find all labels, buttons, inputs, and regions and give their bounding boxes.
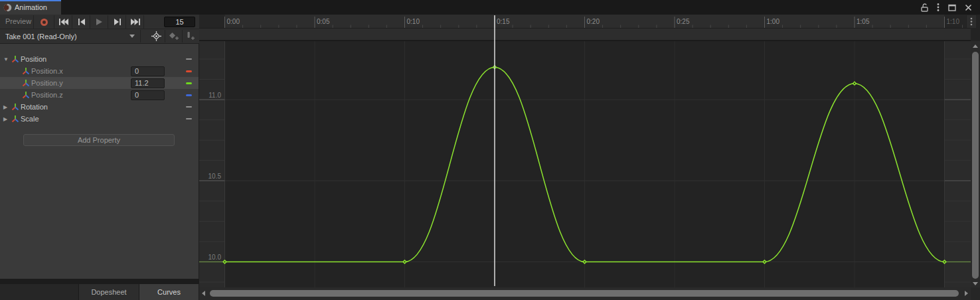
- ruler-time-label: 0:05: [317, 18, 330, 25]
- horizontal-scrollbar[interactable]: [199, 287, 971, 300]
- preview-toggle[interactable]: Preview: [5, 17, 31, 25]
- property-label: Scale: [21, 115, 39, 123]
- ruler-time-label: 1:10: [947, 18, 960, 25]
- out-of-range-right: [945, 41, 971, 287]
- clip-select[interactable]: Take 001 (Read-Only): [0, 29, 140, 43]
- toolbar-separator: [143, 15, 144, 29]
- curve-indicator-blue: [186, 94, 192, 96]
- ruler-time-label: 0:25: [677, 18, 690, 25]
- vertical-scrollbar[interactable]: [971, 41, 980, 287]
- close-icon[interactable]: [965, 4, 972, 11]
- scroll-left-icon[interactable]: [202, 291, 205, 296]
- animation-clock-icon: [3, 3, 12, 12]
- tab-animation[interactable]: Animation: [0, 0, 61, 15]
- last-frame-icon: [131, 19, 140, 25]
- titlebar: Animation: [0, 0, 980, 15]
- animation-window: Animation Preview: [0, 0, 980, 300]
- foldout-closed-icon[interactable]: ▶: [3, 104, 10, 110]
- tab-animation-label: Animation: [15, 3, 47, 11]
- next-frame-button[interactable]: [108, 16, 126, 28]
- play-button[interactable]: [90, 16, 108, 28]
- transform-icon: [11, 103, 19, 111]
- keyframe-center: [854, 83, 855, 84]
- next-frame-icon: [114, 19, 121, 25]
- horizontal-scrollbar-thumb[interactable]: [210, 290, 959, 297]
- tab-curves[interactable]: Curves: [139, 284, 199, 300]
- value-field[interactable]: 11.2: [131, 78, 165, 88]
- property-row-position[interactable]: ▼ Position: [0, 53, 199, 65]
- record-icon: [41, 19, 48, 26]
- kebab-menu-icon[interactable]: [937, 3, 939, 12]
- curve-top-strip: [199, 29, 971, 40]
- first-frame-icon: [59, 19, 68, 25]
- scrollbar-corner: [971, 287, 980, 300]
- ruler-time-label: 0:15: [497, 18, 510, 25]
- foldout-open-icon[interactable]: ▼: [3, 56, 10, 62]
- curve-indicator-red: [186, 70, 192, 72]
- ruler-time-label: 1:00: [767, 18, 780, 25]
- scroll-up-icon[interactable]: [973, 44, 978, 48]
- curve-indicator-green: [186, 82, 192, 84]
- transform-icon: [22, 91, 30, 99]
- ruler-time-label: 0:10: [407, 18, 420, 25]
- keyframe-center: [764, 261, 765, 262]
- value-field[interactable]: 0: [131, 66, 165, 76]
- ruler-kebab-button[interactable]: [966, 15, 976, 28]
- curve-editor[interactable]: 11.010.510.00:000:050:100:150:200:251:00…: [199, 15, 971, 287]
- last-frame-button[interactable]: [126, 16, 144, 28]
- kebab-menu-icon: [970, 17, 973, 26]
- window-controls: [921, 0, 980, 15]
- property-row-scale[interactable]: ▶ Scale: [0, 113, 199, 125]
- add-event-button[interactable]: [182, 30, 199, 42]
- toolbar-separator: [33, 15, 34, 29]
- ruler-time-label: 0:20: [587, 18, 600, 25]
- keyframe-plus-icon: [169, 32, 179, 40]
- property-row-position-y[interactable]: Position.y 11.2: [0, 77, 199, 89]
- transform-icon: [22, 67, 30, 75]
- transform-icon: [11, 55, 19, 63]
- current-frame-input[interactable]: 15: [164, 17, 195, 27]
- unlock-icon[interactable]: [921, 3, 928, 12]
- previous-frame-icon: [78, 19, 85, 25]
- tab-dopesheet[interactable]: Dopesheet: [78, 284, 139, 300]
- record-button[interactable]: [36, 16, 52, 28]
- value-field[interactable]: 0: [131, 90, 165, 100]
- clip-name: Take 001 (Read-Only): [5, 33, 77, 40]
- property-row-position-x[interactable]: Position.x 0: [0, 65, 199, 77]
- property-label: Position.x: [31, 67, 63, 75]
- vertical-scrollbar-thumb[interactable]: [972, 52, 979, 279]
- transform-icon: [22, 79, 30, 87]
- dropdown-caret-icon: [129, 35, 135, 38]
- scroll-right-icon[interactable]: [965, 291, 968, 296]
- add-property-button[interactable]: Add Property: [23, 134, 175, 146]
- property-label: Rotation: [21, 103, 48, 111]
- ruler-border: [199, 28, 971, 29]
- add-keyframe-secondary-button[interactable]: [165, 30, 183, 42]
- maximize-icon[interactable]: [948, 4, 956, 11]
- curve-indicator: [186, 118, 192, 119]
- keyframe-crosshair-icon: [151, 31, 161, 41]
- property-row-rotation[interactable]: ▶ Rotation: [0, 101, 199, 113]
- keyframe-center: [943, 261, 945, 262]
- property-label: Position.y: [31, 79, 63, 87]
- keyframe-center: [404, 261, 405, 262]
- value-axis-label: 10.5: [208, 173, 222, 180]
- play-icon: [96, 19, 102, 25]
- first-frame-button[interactable]: [54, 16, 72, 28]
- out-of-range-left: [199, 41, 225, 287]
- event-plus-icon: [186, 32, 195, 40]
- curve-indicator: [186, 58, 192, 60]
- transform-icon: [11, 115, 19, 123]
- foldout-closed-icon[interactable]: ▶: [3, 116, 10, 122]
- strip-border: [199, 40, 971, 42]
- previous-frame-button[interactable]: [72, 16, 90, 28]
- keyframe-center: [224, 261, 225, 262]
- keyframe-center: [584, 261, 585, 262]
- scroll-down-icon[interactable]: [973, 282, 978, 285]
- curve-indicator: [186, 106, 192, 108]
- add-keyframe-button[interactable]: [147, 30, 165, 42]
- property-label: Position: [21, 55, 46, 63]
- clipbar-separator: [140, 30, 141, 42]
- value-axis-label: 11.0: [208, 92, 221, 99]
- property-row-position-z[interactable]: Position.z 0: [0, 89, 199, 101]
